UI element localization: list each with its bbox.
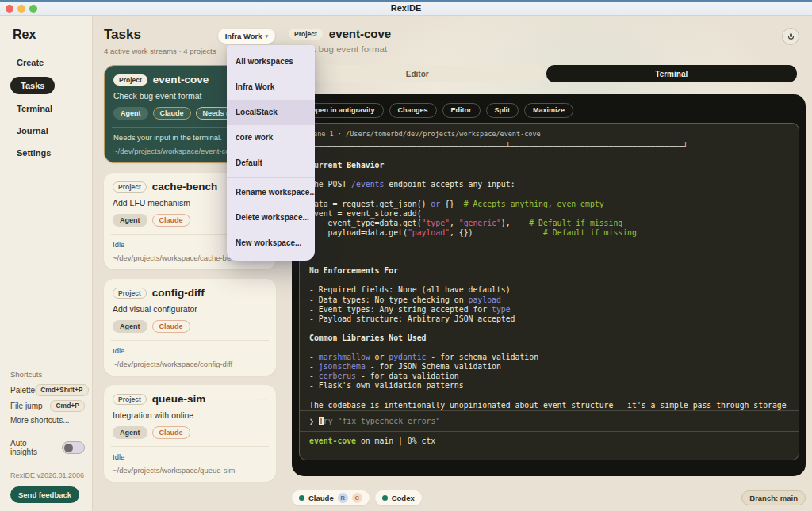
status-dot — [382, 495, 388, 501]
terminal-line — [309, 189, 789, 199]
tab-terminal[interactable]: Terminal — [546, 65, 798, 82]
task-status: Idle — [113, 346, 267, 355]
terminal-line — [309, 247, 789, 257]
menu-item-default[interactable]: Default — [227, 151, 315, 176]
terminal-line: - cerberus - for data validation — [309, 372, 789, 381]
more-shortcuts-link[interactable]: More shortcuts... — [10, 416, 85, 425]
prompt-symbol: ❯ — [309, 417, 314, 425]
terminal-line: - marshmallow or pydantic - for schema v… — [309, 353, 789, 362]
auto-insights-label: Auto insights — [10, 439, 55, 456]
menu-item-infra-work[interactable]: Infra Work — [227, 74, 315, 100]
mic-button[interactable] — [782, 28, 799, 45]
card-divider — [111, 340, 269, 341]
terminal-toolbar-changes[interactable]: Changes — [389, 103, 437, 118]
traffic-lights — [6, 5, 37, 13]
sidebar-item-settings[interactable]: Settings — [10, 145, 57, 161]
sidebar: Rex CreateTasksTerminalJournalSettings S… — [0, 16, 93, 511]
terminal-line: event_type=data.get("type", "generic"), … — [309, 219, 789, 228]
auto-insights-toggle[interactable] — [62, 441, 85, 454]
terminal-line — [309, 170, 789, 180]
chip-agent: Agent — [113, 107, 148, 120]
chip-claude: Claude — [152, 214, 190, 227]
terminal-frame: Open in antigravityChangesEditorSplitMax… — [292, 94, 806, 476]
terminal-line: - Data types: No type checking on payloa… — [309, 296, 789, 305]
shortcut-kbd: Cmd+Shift+P — [35, 384, 88, 396]
status-meta: on main | 0% ctx — [356, 437, 435, 445]
task-chips: AgentClaude — [113, 426, 267, 439]
terminal-output: ────────────────────────────────────────… — [309, 142, 789, 410]
terminal-line — [309, 391, 789, 400]
terminal-line: - Required fields: None (all have defaul… — [309, 285, 789, 295]
sidebar-item-terminal[interactable]: Terminal — [10, 101, 59, 116]
agent-pill-claude[interactable]: ClaudeRC — [292, 490, 370, 505]
chip-agent: Agent — [113, 214, 147, 227]
task-chips: AgentClaude — [113, 320, 267, 333]
detail-header: Project event-cove Check bug event forma… — [285, 16, 812, 54]
terminal-toolbar-split[interactable]: Split — [486, 103, 519, 118]
terminal-line: No Enforcements For — [309, 266, 789, 276]
terminal-line: data = request.get_json() or {} # Accept… — [309, 200, 789, 209]
agent-label: Codex — [392, 494, 415, 502]
shortcut-kbd: Cmd+P — [50, 400, 85, 412]
sidebar-item-journal[interactable]: Journal — [10, 123, 55, 139]
terminal-line: payload=data.get("payload", {}) # Defaul… — [309, 228, 789, 238]
status-project-name: event-cove — [309, 437, 356, 445]
terminal-line: ) — [309, 238, 789, 247]
version-label: RexIDE v2026.01.2006 — [10, 471, 85, 479]
sidebar-item-create[interactable]: Create — [10, 55, 50, 71]
task-card-header: Projectqueue-sim··· — [113, 393, 267, 405]
terminal-prompt[interactable]: ❯ T ry "fix typecheck errors" — [309, 411, 789, 431]
project-badge: Project — [289, 29, 323, 40]
detail-title: event-cove — [329, 27, 391, 40]
chip-claude: Claude — [152, 426, 190, 439]
menu-item-delete-workspace[interactable]: Delete workspace... — [227, 205, 315, 231]
minimize-window-button[interactable] — [17, 5, 25, 13]
card-divider — [111, 446, 269, 447]
agent-badge-r: R — [338, 493, 348, 503]
menu-divider — [227, 177, 315, 178]
chip-agent: Agent — [113, 426, 147, 439]
menu-item-rename-workspace[interactable]: Rename workspace... — [227, 180, 315, 205]
terminal-line: The POST /events endpoint accepts any in… — [309, 180, 789, 189]
project-badge: Project — [113, 74, 147, 86]
workspace-filter-button[interactable]: Infra Work ▾ — [218, 29, 275, 44]
branch-badge[interactable]: Branch: main — [741, 490, 806, 505]
terminal-line — [309, 257, 789, 266]
close-window-button[interactable] — [6, 5, 13, 13]
sidebar-item-tasks[interactable]: Tasks — [10, 77, 55, 94]
menu-item-new-workspace[interactable]: New workspace... — [227, 231, 315, 256]
send-feedback-button[interactable]: Send feedback — [10, 486, 79, 503]
shortcuts-list: PaletteCmd+Shift+PFile jumpCmd+P — [10, 384, 85, 412]
terminal-line — [309, 324, 789, 334]
project-badge: Project — [113, 288, 147, 299]
menu-item-core-work[interactable]: core work — [227, 125, 315, 151]
terminal-toolbar-maximize[interactable]: Maximize — [524, 103, 573, 118]
task-name: queue-sim — [152, 393, 206, 405]
task-menu-button[interactable]: ··· — [257, 395, 267, 403]
app-logo: Rex — [0, 16, 92, 42]
shortcut-label: Palette — [10, 386, 35, 395]
sidebar-nav: CreateTasksTerminalJournalSettings — [0, 55, 92, 161]
zoom-window-button[interactable] — [29, 5, 37, 13]
menu-item-all-workspaces[interactable]: All workspaces — [227, 49, 315, 74]
menu-item-localstack[interactable]: LocalStack — [227, 100, 315, 125]
terminal-box[interactable]: Pane 1 · /Users/tomerbd/dev/projects/wor… — [299, 123, 799, 460]
agent-pill-codex[interactable]: Codex — [375, 490, 422, 505]
task-path: ~/dev/projects/workspace/config-diff — [113, 360, 267, 368]
terminal-line: Common Libraries Not Used — [309, 334, 789, 343]
task-name: config-diff — [152, 287, 205, 299]
tab-editor[interactable]: Editor — [292, 65, 543, 82]
task-path: ~/dev/projects/workspace/queue-sim — [113, 466, 267, 475]
detail-subtitle: Check bug event format — [289, 44, 812, 54]
terminal-toolbar-editor[interactable]: Editor — [442, 103, 481, 118]
workspace-menu-items: All workspacesInfra WorkLocalStackcore w… — [227, 49, 315, 176]
terminal-line: - Flask's own validation patterns — [309, 381, 789, 391]
terminal-line — [309, 276, 789, 285]
task-card-queue-sim[interactable]: Projectqueue-sim···Integration with onli… — [104, 385, 276, 482]
task-card-config-diff[interactable]: Projectconfig-diffAdd visual configurato… — [104, 279, 276, 376]
workspace-menu: All workspacesInfra WorkLocalStackcore w… — [227, 45, 315, 261]
project-badge: Project — [113, 181, 147, 193]
terminal-line: event = event_store.add( — [309, 209, 789, 219]
task-status: Idle — [113, 452, 267, 461]
agent-label: Claude — [308, 494, 334, 502]
